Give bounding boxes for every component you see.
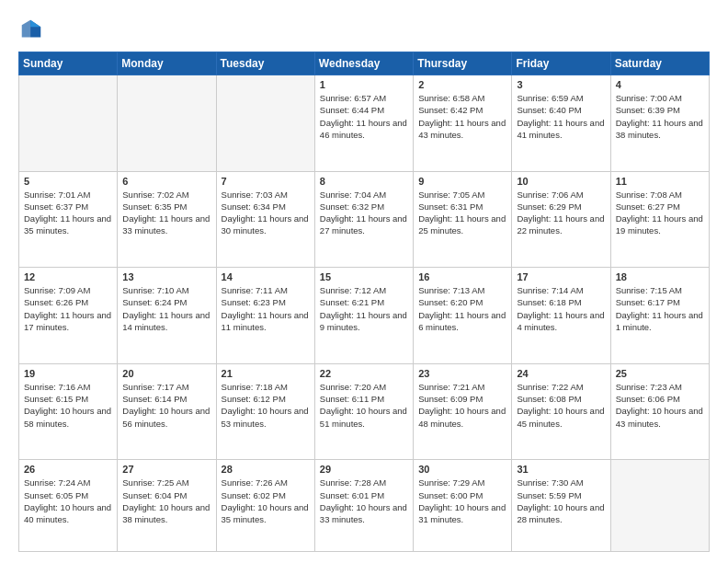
day-number: 12 [24, 271, 112, 282]
day-cell: 27Sunrise: 7:25 AMSunset: 6:04 PMDayligh… [118, 460, 216, 552]
day-number: 6 [122, 176, 210, 187]
day-cell: 1Sunrise: 6:57 AMSunset: 6:44 PMDaylight… [314, 75, 413, 172]
day-cell: 26Sunrise: 7:24 AMSunset: 6:05 PMDayligh… [19, 460, 118, 552]
day-cell: 30Sunrise: 7:29 AMSunset: 6:00 PMDayligh… [414, 460, 512, 552]
week-row-3: 12Sunrise: 7:09 AMSunset: 6:26 PMDayligh… [19, 268, 710, 364]
day-number: 22 [320, 368, 408, 379]
day-number: 4 [616, 79, 704, 90]
day-cell: 9Sunrise: 7:05 AMSunset: 6:31 PMDaylight… [414, 171, 512, 268]
day-info: Sunrise: 6:57 AMSunset: 6:44 PMDaylight:… [320, 92, 408, 141]
day-header-saturday: Saturday [610, 52, 709, 75]
day-cell: 11Sunrise: 7:08 AMSunset: 6:27 PMDayligh… [610, 171, 709, 268]
day-number: 7 [222, 176, 310, 187]
day-cell: 3Sunrise: 6:59 AMSunset: 6:40 PMDaylight… [512, 75, 610, 172]
day-info: Sunrise: 7:17 AMSunset: 6:14 PMDaylight:… [122, 381, 210, 430]
day-header-thursday: Thursday [414, 52, 512, 75]
day-cell: 4Sunrise: 7:00 AMSunset: 6:39 PMDaylight… [610, 75, 709, 172]
day-info: Sunrise: 7:12 AMSunset: 6:21 PMDaylight:… [320, 284, 408, 333]
day-cell: 12Sunrise: 7:09 AMSunset: 6:26 PMDayligh… [19, 268, 118, 364]
day-cell: 10Sunrise: 7:06 AMSunset: 6:29 PMDayligh… [512, 171, 610, 268]
day-cell [216, 75, 314, 172]
day-number: 5 [24, 176, 112, 187]
day-info: Sunrise: 7:00 AMSunset: 6:39 PMDaylight:… [616, 92, 704, 141]
day-number: 1 [320, 79, 408, 90]
day-info: Sunrise: 7:03 AMSunset: 6:34 PMDaylight:… [222, 189, 310, 237]
day-info: Sunrise: 7:05 AMSunset: 6:31 PMDaylight:… [418, 189, 506, 237]
day-number: 21 [222, 368, 310, 379]
day-cell: 20Sunrise: 7:17 AMSunset: 6:14 PMDayligh… [118, 363, 216, 460]
day-header-tuesday: Tuesday [216, 52, 314, 75]
day-info: Sunrise: 7:15 AMSunset: 6:17 PMDaylight:… [616, 284, 704, 333]
day-info: Sunrise: 7:25 AMSunset: 6:04 PMDaylight:… [122, 477, 210, 525]
day-number: 9 [418, 176, 506, 187]
day-cell: 14Sunrise: 7:11 AMSunset: 6:23 PMDayligh… [216, 268, 314, 364]
day-header-friday: Friday [512, 52, 610, 75]
week-row-5: 26Sunrise: 7:24 AMSunset: 6:05 PMDayligh… [19, 460, 710, 552]
day-cell: 15Sunrise: 7:12 AMSunset: 6:21 PMDayligh… [314, 268, 413, 364]
day-number: 8 [320, 176, 408, 187]
day-number: 24 [517, 368, 605, 379]
day-info: Sunrise: 7:20 AMSunset: 6:11 PMDaylight:… [320, 381, 408, 430]
day-cell: 16Sunrise: 7:13 AMSunset: 6:20 PMDayligh… [414, 268, 512, 364]
day-info: Sunrise: 7:30 AMSunset: 5:59 PMDaylight:… [517, 477, 605, 525]
day-info: Sunrise: 7:16 AMSunset: 6:15 PMDaylight:… [24, 381, 112, 430]
day-number: 26 [24, 464, 112, 475]
week-row-2: 5Sunrise: 7:01 AMSunset: 6:37 PMDaylight… [19, 171, 710, 268]
day-cell: 8Sunrise: 7:04 AMSunset: 6:32 PMDaylight… [314, 171, 413, 268]
day-number: 30 [418, 464, 506, 475]
day-number: 29 [320, 464, 408, 475]
day-number: 17 [517, 271, 605, 282]
day-header-monday: Monday [118, 52, 216, 75]
day-number: 31 [517, 464, 605, 475]
day-info: Sunrise: 7:02 AMSunset: 6:35 PMDaylight:… [122, 189, 210, 237]
day-cell: 25Sunrise: 7:23 AMSunset: 6:06 PMDayligh… [610, 363, 709, 460]
day-number: 23 [418, 368, 506, 379]
day-cell [19, 75, 118, 172]
day-number: 18 [616, 271, 704, 282]
day-number: 11 [616, 176, 704, 187]
day-cell: 31Sunrise: 7:30 AMSunset: 5:59 PMDayligh… [512, 460, 610, 552]
day-cell: 2Sunrise: 6:58 AMSunset: 6:42 PMDaylight… [414, 75, 512, 172]
day-header-wednesday: Wednesday [314, 52, 413, 75]
day-cell [118, 75, 216, 172]
week-row-1: 1Sunrise: 6:57 AMSunset: 6:44 PMDaylight… [19, 75, 710, 172]
day-info: Sunrise: 7:14 AMSunset: 6:18 PMDaylight:… [517, 284, 605, 333]
day-cell: 28Sunrise: 7:26 AMSunset: 6:02 PMDayligh… [216, 460, 314, 552]
day-info: Sunrise: 7:23 AMSunset: 6:06 PMDaylight:… [616, 381, 704, 430]
day-info: Sunrise: 7:01 AMSunset: 6:37 PMDaylight:… [24, 189, 112, 237]
day-cell: 6Sunrise: 7:02 AMSunset: 6:35 PMDaylight… [118, 171, 216, 268]
day-info: Sunrise: 7:08 AMSunset: 6:27 PMDaylight:… [616, 189, 704, 237]
day-number: 14 [222, 271, 310, 282]
day-info: Sunrise: 7:26 AMSunset: 6:02 PMDaylight:… [222, 477, 310, 525]
day-number: 20 [122, 368, 210, 379]
day-number: 28 [222, 464, 310, 475]
day-info: Sunrise: 7:13 AMSunset: 6:20 PMDaylight:… [418, 284, 506, 333]
day-cell: 23Sunrise: 7:21 AMSunset: 6:09 PMDayligh… [414, 363, 512, 460]
day-number: 16 [418, 271, 506, 282]
logo-icon [18, 17, 44, 42]
day-info: Sunrise: 7:06 AMSunset: 6:29 PMDaylight:… [517, 189, 605, 237]
week-row-4: 19Sunrise: 7:16 AMSunset: 6:15 PMDayligh… [19, 363, 710, 460]
day-cell [610, 460, 709, 552]
day-info: Sunrise: 7:21 AMSunset: 6:09 PMDaylight:… [418, 381, 506, 430]
day-header-sunday: Sunday [19, 52, 118, 75]
day-cell: 18Sunrise: 7:15 AMSunset: 6:17 PMDayligh… [610, 268, 709, 364]
day-cell: 24Sunrise: 7:22 AMSunset: 6:08 PMDayligh… [512, 363, 610, 460]
header [18, 17, 710, 42]
svg-marker-2 [22, 20, 30, 38]
day-cell: 19Sunrise: 7:16 AMSunset: 6:15 PMDayligh… [19, 363, 118, 460]
day-number: 10 [517, 176, 605, 187]
day-number: 15 [320, 271, 408, 282]
day-info: Sunrise: 7:24 AMSunset: 6:05 PMDaylight:… [24, 477, 112, 525]
day-number: 25 [616, 368, 704, 379]
day-cell: 5Sunrise: 7:01 AMSunset: 6:37 PMDaylight… [19, 171, 118, 268]
day-number: 2 [418, 79, 506, 90]
day-number: 27 [122, 464, 210, 475]
day-number: 3 [517, 79, 605, 90]
svg-marker-1 [30, 20, 40, 27]
header-row: SundayMondayTuesdayWednesdayThursdayFrid… [19, 52, 710, 75]
day-number: 19 [24, 368, 112, 379]
day-cell: 17Sunrise: 7:14 AMSunset: 6:18 PMDayligh… [512, 268, 610, 364]
day-cell: 13Sunrise: 7:10 AMSunset: 6:24 PMDayligh… [118, 268, 216, 364]
page: SundayMondayTuesdayWednesdayThursdayFrid… [0, 0, 728, 563]
